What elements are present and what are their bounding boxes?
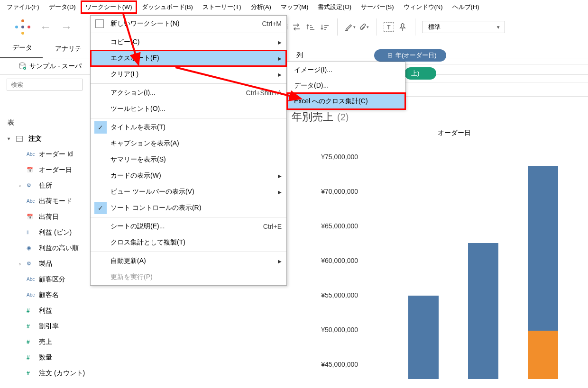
menu-item[interactable]: コピー(C)▶ [91, 34, 286, 50]
menu-item-label: タイトルを表示(T) [110, 123, 165, 132]
submenu-item[interactable]: データ(D)... [287, 78, 405, 93]
chart-title[interactable]: 年別売上 (2) [292, 110, 583, 124]
menu-item-label: ツールヒント(O)... [110, 105, 165, 113]
submenu-item-label: データ(D)... [294, 81, 329, 90]
field-label: 利益 [39, 307, 52, 315]
nav-arrows: ← → [37, 20, 75, 34]
menu-item-label: サマリーを表示(S) [110, 155, 166, 164]
date-icon: 📅 [27, 214, 36, 220]
submenu-item[interactable]: イメージ(I)... [287, 62, 405, 78]
table-icon [16, 136, 23, 142]
bars-icon: ⫴ [27, 229, 36, 235]
menubar-item[interactable]: ヘルプ(H) [448, 1, 484, 13]
menu-item[interactable]: キャプションを表示(A) [91, 135, 286, 152]
menu-item[interactable]: シートの説明(E)...Ctrl+E [91, 218, 286, 235]
menubar-item[interactable]: ファイル(F) [2, 1, 44, 13]
field-label: オーダー Id [39, 150, 73, 159]
fit-dropdown-label: 標準 [428, 23, 441, 31]
menu-item-label: エクスポート(E) [110, 54, 159, 63]
menu-item[interactable]: ✓タイトルを表示(T) [91, 119, 286, 135]
bar[interactable] [468, 243, 498, 379]
y-tick: ¥60,000,000 [292, 246, 358, 275]
menubar-item[interactable]: ストーリー(T) [198, 1, 246, 13]
text-tool-icon[interactable]: T [384, 22, 394, 32]
menu-item[interactable]: アクション(I)...Ctrl+Shift+A [91, 85, 286, 101]
bars-container[interactable] [363, 142, 558, 379]
fit-dropdown[interactable]: 標準 ▼ [422, 21, 505, 33]
menu-item-label: アクション(I)... [110, 89, 156, 97]
menu-item-label: 更新を実行(P) [110, 273, 153, 281]
menubar-item[interactable]: 分析(A) [246, 1, 276, 13]
field-row[interactable]: #割引率 [0, 318, 156, 334]
menu-item[interactable]: ツールヒント(O)... [91, 101, 286, 117]
hash-icon: # [27, 370, 36, 377]
pin-icon[interactable] [397, 21, 408, 33]
menu-shortcut: Ctrl+Shift+A [246, 89, 282, 97]
toolbar-separator [415, 18, 415, 36]
plus-icon: ⊞ [387, 52, 393, 59]
hash-icon: # [27, 307, 36, 314]
field-label: 売上 [39, 338, 52, 346]
bar-segment-blue [468, 243, 498, 379]
y-tick: ¥45,000,000 [292, 350, 358, 379]
bar[interactable] [408, 296, 439, 379]
menu-item-label: シートの説明(E)... [110, 222, 165, 231]
menubar-item[interactable]: ダッシュボード(B) [137, 1, 198, 13]
nav-forward-icon[interactable]: → [58, 20, 75, 34]
sort-asc-icon[interactable] [305, 21, 316, 33]
bar[interactable] [528, 166, 558, 379]
menu-item[interactable]: サマリーを表示(S) [91, 152, 286, 168]
highlight-icon[interactable]: ▾ [344, 21, 356, 33]
pill-sales[interactable]: 上) [404, 67, 436, 80]
menu-item-label: カードの表示(W) [110, 171, 161, 180]
x-axis-title: オーダー日 [325, 124, 583, 138]
menubar-item[interactable]: サーバー(S) [356, 1, 398, 13]
attachment-icon[interactable]: ▾ [358, 21, 370, 33]
menubar-item[interactable]: ワークシート(W) [81, 0, 137, 14]
y-tick: ¥70,000,000 [292, 177, 358, 206]
menubar-item[interactable]: データ(D) [44, 1, 81, 13]
submenu-item[interactable]: Excel へのクロス集計(C) [287, 93, 405, 109]
field-row[interactable]: #利益 [0, 303, 156, 318]
swap-icon[interactable] [291, 21, 302, 33]
toolbar-separator [337, 18, 338, 36]
menu-item[interactable]: エクスポート(E)▶ [91, 50, 286, 66]
menu-item-label: キャプションを表示(A) [110, 139, 179, 148]
chevron-right-icon: ▶ [278, 40, 282, 45]
menu-item[interactable]: 自動更新(A)▶ [91, 253, 286, 269]
menu-item[interactable]: ✓ソート コントロールの表示(R) [91, 200, 286, 216]
field-label: 顧客名 [39, 291, 59, 299]
menubar-item[interactable]: マップ(M) [276, 1, 313, 13]
y-tick: ¥50,000,000 [292, 315, 358, 344]
field-row[interactable]: #注文 (カウント) [0, 365, 156, 381]
menu-item[interactable]: カードの表示(W)▶ [91, 168, 286, 184]
check-icon: ✓ [94, 121, 107, 134]
field-row[interactable]: #数量 [0, 350, 156, 365]
tab-data[interactable]: データ [0, 40, 43, 58]
pill-year-orderdate[interactable]: ⊞ 年(オーダー日) [374, 49, 446, 62]
menubar-item[interactable]: 書式設定(O) [313, 1, 356, 13]
field-row[interactable]: Abc顧客名 [0, 287, 156, 303]
set-icon: ◉ [27, 245, 36, 251]
chevron-right-icon: ▶ [278, 259, 282, 264]
menu-separator [91, 118, 286, 118]
nav-back-icon[interactable]: ← [37, 20, 54, 34]
menu-item-label: コピー(C) [110, 38, 139, 46]
submenu-item-label: Excel へのクロス集計(C) [294, 97, 368, 106]
menubar-item[interactable]: ウィンドウ(N) [399, 1, 448, 13]
menu-item[interactable]: クリア(L)▶ [91, 66, 286, 82]
y-tick: ¥65,000,000 [292, 211, 358, 241]
tab-analytics[interactable]: アナリテ [43, 41, 92, 58]
field-label: 数量 [39, 353, 52, 362]
sort-desc-icon[interactable] [319, 21, 331, 33]
chevron-down-icon: ▼ [496, 25, 501, 30]
menu-item-label: ビュー ツールバーの表示(V) [110, 188, 194, 196]
menu-item[interactable]: 新しいワークシート(N)Ctrl+M [91, 16, 286, 32]
menu-item-label: クロス集計として複製(T) [110, 238, 185, 247]
field-row[interactable]: #売上 [0, 334, 156, 350]
menu-item[interactable]: ビュー ツールバーの表示(V)▶ [91, 184, 286, 200]
columns-label: 列 [296, 51, 303, 60]
menu-item[interactable]: クロス集計として複製(T) [91, 235, 286, 251]
menu-separator [91, 83, 286, 84]
abc-icon: Abc [27, 152, 36, 157]
